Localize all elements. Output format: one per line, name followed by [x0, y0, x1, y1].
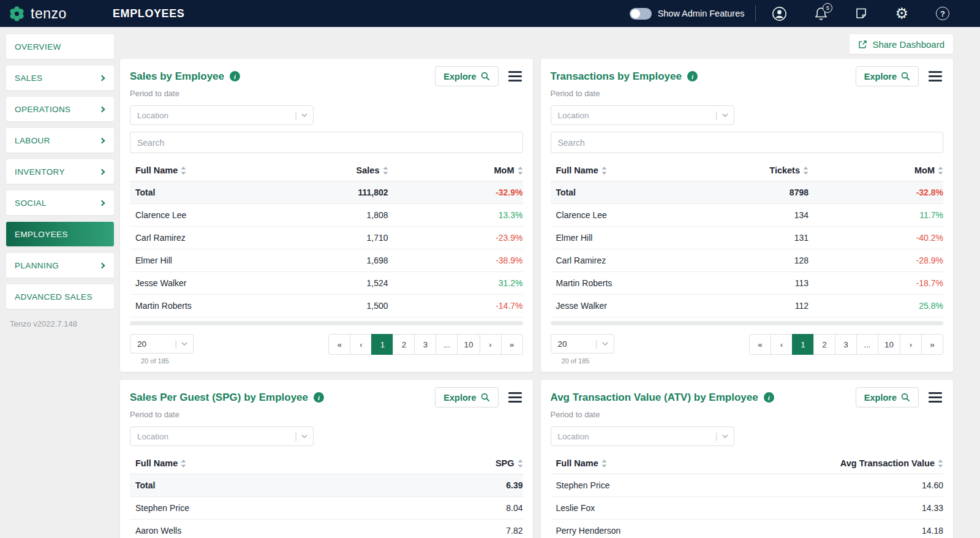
column-header-sales[interactable]: Sales: [290, 165, 388, 175]
page-title: EMPLOYEES: [113, 7, 184, 20]
column-header-full-name[interactable]: Full Name: [551, 458, 809, 468]
explore-button[interactable]: Explore: [435, 387, 498, 407]
sidebar-item-label: SOCIAL: [15, 199, 47, 208]
menu-icon[interactable]: [927, 70, 943, 83]
table-row: Carl Ramirez1,710-23.9%: [130, 227, 523, 249]
column-header-full-name[interactable]: Full Name: [130, 165, 290, 175]
sort-icon: [938, 167, 943, 175]
cell-name: Carl Ramirez: [130, 227, 290, 249]
notifications-button[interactable]: 5: [815, 7, 827, 21]
pagination-button[interactable]: 3: [414, 334, 436, 355]
sidebar-item-labour[interactable]: LABOUR: [6, 128, 114, 153]
search-input[interactable]: [130, 132, 523, 153]
pagination-button[interactable]: ‹: [350, 334, 372, 355]
table-row: Jesse Walker11225.8%: [551, 295, 944, 317]
pagination-range: 20 of 185: [130, 357, 194, 365]
share-dashboard-button[interactable]: Share Dashboard: [850, 34, 953, 54]
column-header-mom[interactable]: MoM: [388, 165, 523, 175]
pagination-button[interactable]: «: [749, 334, 771, 355]
sort-icon: [803, 167, 809, 175]
pagination-button[interactable]: 1: [371, 334, 393, 355]
help-button[interactable]: ?: [936, 7, 949, 20]
pagination-button[interactable]: 2: [813, 334, 835, 355]
pagination-button[interactable]: 1: [792, 334, 814, 355]
page-size-select[interactable]: 20|: [130, 334, 194, 354]
release-notes-button[interactable]: [855, 7, 867, 20]
explore-button[interactable]: Explore: [856, 66, 919, 86]
info-icon[interactable]: i: [687, 71, 698, 81]
pagination-button[interactable]: 10: [878, 334, 900, 355]
cell-value: 14.18: [809, 520, 943, 538]
cell-name: Stephen Price: [551, 474, 809, 496]
column-header-full-name[interactable]: Full Name: [551, 165, 711, 175]
user-avatar-button[interactable]: [772, 6, 787, 21]
sidebar-item-label: PLANNING: [15, 261, 59, 270]
table-header-row: Full NameSalesMoM: [130, 160, 523, 181]
chevron-down-icon: [602, 342, 608, 346]
cell-value: 8798: [710, 181, 809, 203]
column-header-mom[interactable]: MoM: [809, 165, 943, 175]
cell-value: 128: [710, 249, 809, 271]
toggle-switch[interactable]: [630, 8, 652, 20]
table-row: Elmer Hill1,698-38.9%: [130, 249, 523, 272]
topbar-actions: Show Admin Features 5: [630, 6, 980, 21]
pagination-button[interactable]: »: [921, 334, 943, 355]
pagination-button[interactable]: 2: [393, 334, 415, 355]
column-header-spg[interactable]: SPG: [388, 458, 523, 468]
pagination: «‹123...10›»: [328, 334, 522, 365]
pagination-button[interactable]: 3: [835, 334, 857, 355]
data-table: Full NameSPGTotal6.39Stephen Price8.04Aa…: [130, 453, 523, 538]
page-size-value: 20: [137, 339, 146, 349]
content: OVERVIEWSALESOPERATIONSLABOURINVENTORYSO…: [0, 27, 980, 538]
horizontal-scrollbar[interactable]: [130, 321, 523, 325]
info-icon[interactable]: i: [230, 71, 240, 81]
location-select[interactable]: Location|: [130, 426, 314, 446]
card-subtitle: Period to date: [551, 89, 944, 98]
menu-icon[interactable]: [507, 70, 523, 83]
table-row: Stephen Price14.60: [551, 474, 944, 497]
location-select[interactable]: Location|: [551, 426, 734, 446]
explore-button[interactable]: Explore: [856, 387, 919, 407]
gear-icon: ⚙: [895, 6, 908, 21]
sidebar-item-planning[interactable]: PLANNING: [6, 253, 114, 278]
location-select[interactable]: Location|: [551, 105, 734, 125]
table-row: Stephen Price8.04: [130, 497, 523, 520]
table-header-row: Full NameSPG: [130, 453, 523, 474]
info-icon[interactable]: i: [764, 392, 774, 403]
search-icon: [901, 72, 910, 81]
table-row: Total8798-32.8%: [551, 181, 944, 204]
horizontal-scrollbar[interactable]: [551, 321, 944, 325]
column-header-avg-transaction-value[interactable]: Avg Transaction Value: [809, 458, 943, 468]
pagination-button[interactable]: ‹: [771, 334, 793, 355]
sidebar-item-overview[interactable]: OVERVIEW: [6, 34, 114, 59]
location-select[interactable]: Location|: [130, 105, 314, 125]
sidebar-item-sales[interactable]: SALES: [6, 66, 114, 90]
card-header: Transactions by EmployeeiExplore: [551, 66, 944, 86]
pagination-button[interactable]: ›: [480, 334, 502, 355]
brand[interactable]: tenzo: [0, 6, 113, 22]
pagination-button[interactable]: »: [501, 334, 523, 355]
sidebar-item-label: SALES: [15, 74, 43, 83]
admin-features-toggle[interactable]: Show Admin Features: [630, 8, 745, 20]
sidebar-item-social[interactable]: SOCIAL: [6, 191, 114, 215]
settings-button[interactable]: ⚙: [895, 6, 908, 21]
column-header-full-name[interactable]: Full Name: [130, 458, 388, 468]
search-input[interactable]: [551, 132, 944, 153]
search-icon: [481, 393, 490, 402]
menu-icon[interactable]: [507, 391, 523, 404]
pagination-button[interactable]: 10: [457, 334, 480, 355]
column-header-tickets[interactable]: Tickets: [710, 165, 809, 175]
sidebar-item-inventory[interactable]: INVENTORY: [6, 159, 114, 184]
sidebar-item-employees[interactable]: EMPLOYEES: [6, 222, 114, 246]
pagination-button[interactable]: ›: [900, 334, 922, 355]
cell-name: Martin Roberts: [551, 272, 711, 294]
sidebar-item-label: OVERVIEW: [15, 42, 61, 51]
menu-icon[interactable]: [927, 391, 943, 404]
page-size-select[interactable]: 20|: [551, 334, 614, 354]
sidebar-item-operations[interactable]: OPERATIONS: [6, 97, 114, 121]
topbar-icon-row: 5 ⚙ ?: [761, 6, 949, 21]
info-icon[interactable]: i: [314, 392, 324, 403]
pagination-button[interactable]: «: [328, 334, 350, 355]
explore-button[interactable]: Explore: [435, 66, 498, 86]
sidebar-item-advanced-sales[interactable]: ADVANCED SALES: [6, 284, 114, 309]
